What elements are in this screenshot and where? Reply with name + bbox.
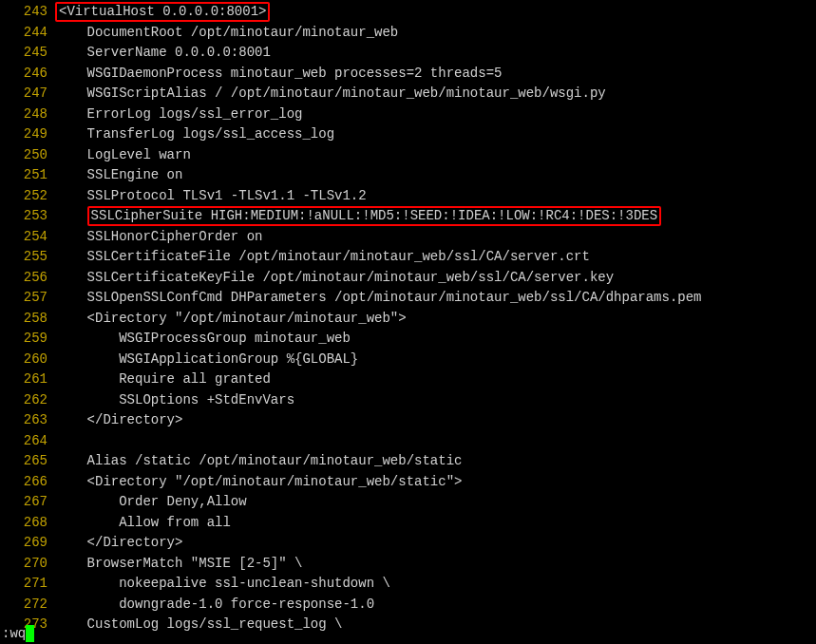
line-number: 265 bbox=[0, 451, 55, 472]
code-line[interactable]: 250 LogLevel warn bbox=[0, 145, 816, 166]
code-line[interactable]: 273 CustomLog logs/ssl_request_log \ bbox=[0, 615, 816, 635]
line-number: 256 bbox=[0, 268, 55, 289]
line-number: 260 bbox=[0, 350, 55, 370]
code-line[interactable]: 265 Alias /static /opt/minotaur/minotaur… bbox=[0, 451, 816, 472]
line-number: 243 bbox=[0, 2, 55, 23]
line-content: SSLCertificateFile /opt/minotaur/minotau… bbox=[55, 247, 816, 268]
line-number: 266 bbox=[0, 472, 55, 493]
highlight-box: SSLCipherSuite HIGH:MEDIUM:!aNULL:!MD5:!… bbox=[87, 206, 662, 226]
line-content: Order Deny,Allow bbox=[55, 492, 816, 513]
code-line[interactable]: 257 SSLOpenSSLConfCmd DHParameters /opt/… bbox=[0, 288, 816, 309]
line-number: 248 bbox=[0, 104, 55, 125]
line-number: 263 bbox=[0, 410, 55, 431]
line-number: 261 bbox=[0, 369, 55, 390]
line-content: CustomLog logs/ssl_request_log \ bbox=[55, 615, 816, 635]
code-line[interactable]: 260 WSGIApplicationGroup %{GLOBAL} bbox=[0, 350, 816, 370]
code-line[interactable]: 254 SSLHonorCipherOrder on bbox=[0, 227, 816, 248]
line-number: 268 bbox=[0, 513, 55, 534]
line-number: 251 bbox=[0, 165, 55, 186]
code-line[interactable]: 249 TransferLog logs/ssl_access_log bbox=[0, 124, 816, 145]
line-content: SSLCertificateKeyFile /opt/minotaur/mino… bbox=[55, 268, 816, 289]
code-line[interactable]: 271 nokeepalive ssl-unclean-shutdown \ bbox=[0, 574, 816, 595]
line-number: 264 bbox=[0, 431, 55, 452]
code-line[interactable]: 272 downgrade-1.0 force-response-1.0 bbox=[0, 595, 816, 616]
code-line[interactable]: 259 WSGIProcessGroup minotaur_web bbox=[0, 329, 816, 350]
line-content: Allow from all bbox=[55, 513, 816, 534]
line-content: SSLEngine on bbox=[55, 165, 816, 186]
line-content: Alias /static /opt/minotaur/minotaur_web… bbox=[55, 451, 816, 472]
code-line[interactable]: 262 SSLOptions +StdEnvVars bbox=[0, 390, 816, 411]
vim-status-line: :wq bbox=[0, 624, 34, 645]
line-content: ErrorLog logs/ssl_error_log bbox=[55, 104, 816, 125]
line-content: LogLevel warn bbox=[55, 145, 816, 166]
line-number: 270 bbox=[0, 554, 55, 575]
line-number: 267 bbox=[0, 492, 55, 513]
cursor-block bbox=[26, 625, 34, 642]
line-content: </Directory> bbox=[55, 533, 816, 554]
code-line[interactable]: 268 Allow from all bbox=[0, 513, 816, 534]
line-content: <Directory "/opt/minotaur/minotaur_web"> bbox=[55, 309, 816, 330]
code-line[interactable]: 267 Order Deny,Allow bbox=[0, 492, 816, 513]
code-line[interactable]: 251 SSLEngine on bbox=[0, 165, 816, 186]
code-line[interactable]: 246 WSGIDaemonProcess minotaur_web proce… bbox=[0, 64, 816, 85]
line-content: Require all granted bbox=[55, 369, 816, 390]
code-line[interactable]: 258 <Directory "/opt/minotaur/minotaur_w… bbox=[0, 309, 816, 330]
code-line[interactable]: 253 SSLCipherSuite HIGH:MEDIUM:!aNULL:!M… bbox=[0, 206, 816, 227]
code-editor[interactable]: 243<VirtualHost 0.0.0.0:8001>244 Documen… bbox=[0, 0, 816, 635]
code-line[interactable]: 243<VirtualHost 0.0.0.0:8001> bbox=[0, 2, 816, 23]
line-number: 257 bbox=[0, 288, 55, 309]
line-number: 244 bbox=[0, 23, 55, 44]
line-content: SSLHonorCipherOrder on bbox=[55, 227, 816, 248]
code-line[interactable]: 247 WSGIScriptAlias / /opt/minotaur/mino… bbox=[0, 84, 816, 104]
line-content: SSLProtocol TLSv1 -TLSv1.1 -TLSv1.2 bbox=[55, 186, 816, 207]
line-number: 262 bbox=[0, 390, 55, 411]
code-line[interactable]: 270 BrowserMatch "MSIE [2-5]" \ bbox=[0, 554, 816, 575]
line-number: 253 bbox=[0, 206, 55, 227]
line-number: 269 bbox=[0, 533, 55, 554]
line-number: 255 bbox=[0, 247, 55, 268]
code-line[interactable]: 252 SSLProtocol TLSv1 -TLSv1.1 -TLSv1.2 bbox=[0, 186, 816, 207]
line-number: 252 bbox=[0, 186, 55, 207]
line-content: downgrade-1.0 force-response-1.0 bbox=[55, 595, 816, 616]
line-content: ServerName 0.0.0.0:8001 bbox=[55, 43, 816, 64]
line-content: SSLOpenSSLConfCmd DHParameters /opt/mino… bbox=[55, 288, 816, 309]
line-content: SSLOptions +StdEnvVars bbox=[55, 390, 816, 411]
line-content: DocumentRoot /opt/minotaur/minotaur_web bbox=[55, 23, 816, 44]
line-number: 271 bbox=[0, 574, 55, 595]
code-line[interactable]: 255 SSLCertificateFile /opt/minotaur/min… bbox=[0, 247, 816, 268]
line-content bbox=[55, 431, 816, 452]
line-content: TransferLog logs/ssl_access_log bbox=[55, 124, 816, 145]
code-line[interactable]: 269 </Directory> bbox=[0, 533, 816, 554]
code-line[interactable]: 264 bbox=[0, 431, 816, 452]
line-content: <VirtualHost 0.0.0.0:8001> bbox=[55, 2, 816, 23]
line-number: 250 bbox=[0, 145, 55, 166]
line-content: SSLCipherSuite HIGH:MEDIUM:!aNULL:!MD5:!… bbox=[55, 206, 816, 227]
line-content: <Directory "/opt/minotaur/minotaur_web/s… bbox=[55, 472, 816, 493]
code-line[interactable]: 245 ServerName 0.0.0.0:8001 bbox=[0, 43, 816, 64]
code-line[interactable]: 256 SSLCertificateKeyFile /opt/minotaur/… bbox=[0, 268, 816, 289]
code-line[interactable]: 261 Require all granted bbox=[0, 369, 816, 390]
line-number: 247 bbox=[0, 84, 55, 104]
highlight-box: <VirtualHost 0.0.0.0:8001> bbox=[55, 2, 270, 22]
line-content: nokeepalive ssl-unclean-shutdown \ bbox=[55, 574, 816, 595]
line-content: WSGIProcessGroup minotaur_web bbox=[55, 329, 816, 350]
line-content: WSGIApplicationGroup %{GLOBAL} bbox=[55, 350, 816, 370]
line-content: WSGIDaemonProcess minotaur_web processes… bbox=[55, 64, 816, 85]
line-content: BrowserMatch "MSIE [2-5]" \ bbox=[55, 554, 816, 575]
code-line[interactable]: 248 ErrorLog logs/ssl_error_log bbox=[0, 104, 816, 125]
line-content: WSGIScriptAlias / /opt/minotaur/minotaur… bbox=[55, 84, 816, 104]
line-number: 249 bbox=[0, 124, 55, 145]
code-line[interactable]: 244 DocumentRoot /opt/minotaur/minotaur_… bbox=[0, 23, 816, 44]
line-number: 254 bbox=[0, 227, 55, 248]
status-text: :wq bbox=[2, 624, 26, 645]
code-line[interactable]: 263 </Directory> bbox=[0, 410, 816, 431]
code-line[interactable]: 266 <Directory "/opt/minotaur/minotaur_w… bbox=[0, 472, 816, 493]
line-number: 246 bbox=[0, 64, 55, 85]
line-number: 259 bbox=[0, 329, 55, 350]
line-number: 245 bbox=[0, 43, 55, 64]
line-number: 272 bbox=[0, 595, 55, 616]
line-content: </Directory> bbox=[55, 410, 816, 431]
line-number: 258 bbox=[0, 309, 55, 330]
